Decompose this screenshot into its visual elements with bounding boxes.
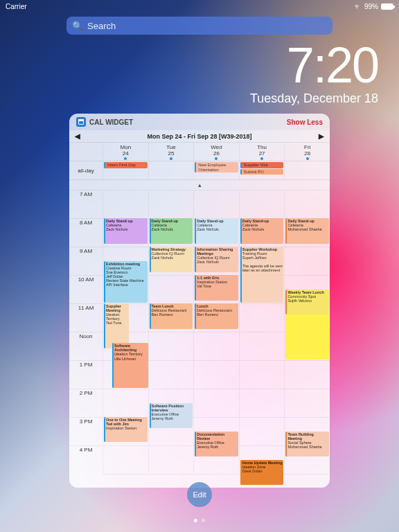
page-indicator[interactable] xyxy=(194,519,205,522)
allday-event[interactable]: Supplier Visit xyxy=(240,162,284,168)
hour-label: 2 PM xyxy=(69,389,103,417)
lock-date: Tuesday, December 18 xyxy=(250,91,378,106)
search-placeholder: Search xyxy=(87,21,116,31)
calendar-event[interactable]: LunchDelicious RestaurantBen Romero xyxy=(195,303,238,329)
allday-event[interactable]: Intern First Day xyxy=(104,162,148,168)
calendar-event[interactable]: Daily Stand-upCafeteriaZack Nichols xyxy=(150,218,193,244)
allday-label: all-day xyxy=(69,161,103,179)
calendar-event[interactable]: Team LunchDelicious RestaurantBen Romero xyxy=(150,303,193,329)
calendar-event[interactable]: Team Building MeetingSocial SphereMuhamm… xyxy=(285,432,329,457)
search-field[interactable]: 🔍 Search xyxy=(66,17,332,35)
next-week-button[interactable]: ▶ xyxy=(319,132,324,140)
calendar-event[interactable]: Information Sharing MeetingsCollective I… xyxy=(195,247,238,272)
calendar-event[interactable]: Daily Stand-upCafeteriaZack Nichols xyxy=(195,218,238,244)
carrier-label: Carrier xyxy=(6,3,27,10)
lock-time: 7:20 xyxy=(250,40,378,90)
wifi-icon: ᯤ xyxy=(354,2,362,10)
calendar-event[interactable]: One to One Meeting Ted with JimInspirati… xyxy=(104,417,148,442)
day-header[interactable]: Thu27 xyxy=(239,143,285,161)
calendar-widget: CAL WIDGET Show Less ◀ Mon Sep 24 - Fri … xyxy=(69,114,330,488)
day-header[interactable]: Wed26 xyxy=(193,143,239,161)
prev-week-button[interactable]: ◀ xyxy=(75,132,80,140)
hour-label: 10 AM xyxy=(69,275,103,303)
hour-label: 11 AM xyxy=(69,303,103,332)
hour-label: 1 PM xyxy=(69,360,103,389)
allday-event[interactable]: New Employee Orientation xyxy=(195,162,238,172)
hour-label: Noon xyxy=(69,332,103,360)
battery-icon xyxy=(381,3,393,10)
hour-label: 4 PM xyxy=(69,445,103,474)
show-less-button[interactable]: Show Less xyxy=(287,118,323,126)
hour-label: 8 AM xyxy=(69,218,103,247)
day-header[interactable]: Fri28 xyxy=(284,143,330,161)
calendar-event[interactable] xyxy=(285,314,329,360)
calendar-event[interactable]: Software Position InterviewExecutive Off… xyxy=(150,403,193,429)
calendar-event[interactable]: Weekly Team LunchCommunity SpotSujith Ve… xyxy=(285,290,329,315)
hour-label: 3 PM xyxy=(69,417,103,445)
calendar-event[interactable]: Daily Stand-upCafeteriaZack Nichols xyxy=(240,218,284,244)
calendar-event[interactable]: Marketing StrategyCollective IQ RoomZack… xyxy=(150,247,193,272)
search-icon: 🔍 xyxy=(72,21,83,31)
calendar-event[interactable]: 1:1 with EricInspiration StationVal Tosa xyxy=(195,275,238,301)
calendar-event[interactable]: Daily Stand-upCafeteriaZack Nichols xyxy=(104,218,148,244)
calendar-event[interactable]: Supplier MeetingIdeation TerritoryTed Tu… xyxy=(104,303,129,348)
battery-percent: 99% xyxy=(364,3,378,10)
app-icon xyxy=(76,117,86,127)
calendar-event[interactable]: Documentation ReviewExecutive OfficeJere… xyxy=(195,432,238,457)
expand-top-icon[interactable]: ▴ xyxy=(69,180,330,190)
day-header[interactable]: Mon24 xyxy=(103,143,148,161)
week-range-label: Mon Sep 24 - Fri Sep 28 [W39-2018] xyxy=(147,133,251,140)
calendar-event[interactable]: Exhibition meetingCreative RoomSue Evers… xyxy=(104,261,148,303)
hour-label: 9 AM xyxy=(69,247,103,275)
widget-title: CAL WIDGET xyxy=(89,118,133,126)
edit-button[interactable]: Edit xyxy=(187,482,212,507)
hour-label: 7 AM xyxy=(69,190,103,218)
calendar-event[interactable]: Daily Stand-upCafeteriaMuhammad Shasha xyxy=(285,218,329,244)
day-header[interactable]: Tue25 xyxy=(148,143,194,161)
calendar-event[interactable]: Software ArchitectingIdeation TerritoryU… xyxy=(112,343,148,388)
calendar-event[interactable]: Home Update MeetingIdeation ZoneDave Dol… xyxy=(240,460,284,486)
calendar-event[interactable]: Supplier WorkshopTraining RoomSopeh Jeff… xyxy=(240,247,284,303)
allday-event[interactable]: Submit PO xyxy=(240,169,284,175)
